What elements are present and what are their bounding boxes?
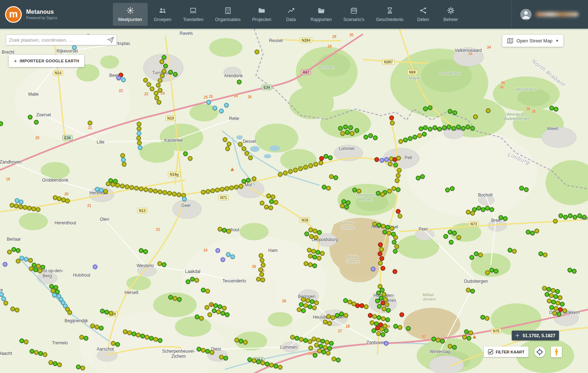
measurement-dot[interactable] bbox=[554, 107, 559, 112]
measurement-dot[interactable] bbox=[374, 322, 379, 326]
measurement-dot[interactable] bbox=[288, 169, 293, 174]
measurement-dot[interactable] bbox=[154, 337, 158, 342]
measurement-dot[interactable] bbox=[57, 196, 62, 201]
measurement-dot[interactable] bbox=[557, 312, 562, 317]
measurement-dot[interactable] bbox=[312, 306, 317, 310]
measurement-dot[interactable] bbox=[16, 259, 21, 264]
measurement-dot[interactable] bbox=[436, 338, 441, 343]
measurement-dot[interactable] bbox=[190, 277, 195, 282]
measurement-dot[interactable] bbox=[144, 187, 148, 192]
measurement-dot[interactable] bbox=[52, 293, 57, 298]
measurement-dot[interactable] bbox=[237, 80, 242, 84]
measurement-dot[interactable] bbox=[259, 253, 264, 258]
measurement-dot[interactable] bbox=[160, 74, 165, 78]
measurement-dot[interactable] bbox=[220, 187, 225, 192]
measurement-dot[interactable] bbox=[340, 131, 345, 136]
measurement-dot[interactable] bbox=[389, 116, 394, 120]
measurement-dot[interactable] bbox=[160, 59, 164, 64]
measurement-dot[interactable] bbox=[36, 207, 41, 212]
measurement-dot[interactable] bbox=[437, 127, 442, 132]
measurement-dot[interactable] bbox=[551, 288, 556, 293]
measurement-dot[interactable] bbox=[309, 346, 313, 351]
measurement-dot[interactable] bbox=[162, 69, 167, 74]
measurement-dot[interactable] bbox=[183, 152, 188, 156]
measurement-dot[interactable] bbox=[158, 261, 162, 266]
measurement-dot[interactable] bbox=[213, 106, 217, 111]
measurement-dot[interactable] bbox=[168, 70, 173, 75]
measurement-dot[interactable] bbox=[163, 64, 168, 69]
measurement-dot[interactable] bbox=[33, 268, 38, 272]
measurement-dot[interactable] bbox=[535, 229, 539, 233]
measurement-dot[interactable] bbox=[266, 194, 271, 198]
measurement-dot[interactable] bbox=[29, 266, 34, 271]
measurement-dot[interactable] bbox=[573, 215, 577, 220]
measurement-dot[interactable] bbox=[417, 133, 422, 138]
measurement-dot[interactable] bbox=[408, 136, 413, 141]
measurement-dot[interactable] bbox=[466, 288, 471, 293]
measurement-dot[interactable] bbox=[260, 258, 265, 263]
measurement-dot[interactable] bbox=[512, 249, 517, 254]
measurement-dot[interactable] bbox=[261, 278, 265, 282]
measurement-dot[interactable] bbox=[396, 187, 401, 192]
measurement-dot[interactable] bbox=[392, 240, 397, 245]
measurement-dot[interactable] bbox=[38, 269, 42, 273]
measurement-dot[interactable] bbox=[448, 230, 453, 235]
measurement-dot[interactable] bbox=[360, 303, 364, 308]
measurement-dot[interactable] bbox=[16, 248, 21, 253]
measurement-dot[interactable] bbox=[396, 209, 401, 214]
measurement-dot[interactable] bbox=[393, 235, 398, 240]
measurement-dot[interactable] bbox=[331, 315, 335, 320]
measurement-dot[interactable] bbox=[308, 339, 313, 344]
measurement-dot[interactable] bbox=[130, 185, 134, 190]
measurement-dot[interactable] bbox=[271, 195, 275, 199]
measurement-dot[interactable] bbox=[313, 255, 317, 260]
measurement-dot[interactable] bbox=[364, 135, 368, 140]
measurement-dot[interactable] bbox=[305, 232, 309, 236]
measurement-dot[interactable] bbox=[309, 228, 313, 232]
measurement-dot[interactable] bbox=[306, 298, 310, 303]
measurement-dot[interactable] bbox=[225, 312, 230, 317]
measurement-dot[interactable] bbox=[384, 341, 389, 346]
measurement-dot[interactable] bbox=[274, 364, 278, 369]
nav-item-geschiedenis[interactable]: Geschiedenis bbox=[371, 3, 409, 26]
measurement-dot[interactable] bbox=[550, 106, 554, 111]
measurement-dot[interactable] bbox=[248, 156, 253, 160]
measurement-dot[interactable] bbox=[218, 227, 222, 232]
nav-item-toestellen[interactable]: Toestellen bbox=[177, 3, 209, 26]
measurement-dot[interactable] bbox=[555, 289, 560, 294]
measurement-dot[interactable] bbox=[572, 269, 577, 274]
measurement-dot[interactable] bbox=[543, 253, 548, 257]
measurement-dot[interactable] bbox=[326, 186, 331, 191]
measurement-dot[interactable] bbox=[352, 188, 357, 192]
measurement-dot[interactable] bbox=[447, 125, 452, 129]
measurement-dot[interactable] bbox=[398, 325, 403, 330]
measurement-dot[interactable] bbox=[547, 287, 551, 292]
measurement-dot[interactable] bbox=[381, 266, 385, 271]
measurement-dot[interactable] bbox=[260, 272, 264, 277]
measurement-dot[interactable] bbox=[19, 204, 23, 209]
measurement-dot[interactable] bbox=[145, 335, 150, 340]
measurement-dot[interactable] bbox=[317, 230, 322, 235]
measurement-dot[interactable] bbox=[494, 269, 499, 274]
measurement-dot[interactable] bbox=[150, 87, 155, 91]
measurement-dot[interactable] bbox=[448, 109, 453, 114]
measurement-dot[interactable] bbox=[158, 78, 163, 83]
measurement-dot[interactable] bbox=[304, 261, 309, 266]
measurement-dot[interactable] bbox=[100, 309, 105, 314]
measurement-dot[interactable] bbox=[348, 125, 353, 130]
filter-kaart-toggle[interactable]: FILTER KAART bbox=[484, 347, 528, 357]
measurement-dot[interactable] bbox=[120, 184, 125, 188]
measurement-dot[interactable] bbox=[137, 122, 142, 127]
measurement-dot[interactable] bbox=[252, 359, 257, 363]
measurement-dot[interactable] bbox=[448, 344, 453, 349]
measurement-dot[interactable] bbox=[464, 330, 469, 334]
measurement-dot[interactable] bbox=[319, 344, 323, 349]
measurement-dot[interactable] bbox=[461, 126, 466, 131]
measurement-dot[interactable] bbox=[260, 201, 265, 206]
measurement-dot[interactable] bbox=[563, 215, 568, 220]
measurement-dot[interactable] bbox=[442, 125, 447, 130]
measurement-dot[interactable] bbox=[298, 166, 303, 171]
measurement-dot[interactable] bbox=[329, 341, 334, 346]
measurement-dot[interactable] bbox=[27, 206, 32, 211]
measurement-dot[interactable] bbox=[137, 141, 142, 145]
